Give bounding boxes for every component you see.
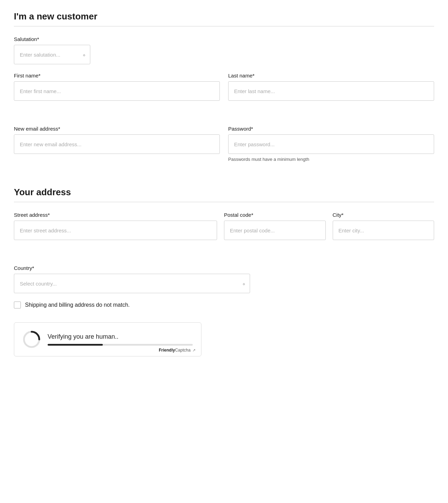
salutation-select[interactable]: Enter salutation... Mr. Mrs. Ms. Dr.	[14, 45, 90, 64]
section-divider	[14, 26, 434, 26]
captcha-progress-bar	[48, 344, 193, 346]
postal-code-group: Postal code*	[224, 212, 326, 240]
password-group: Password* Passwords must have a minimum …	[228, 126, 434, 162]
first-name-input[interactable]	[14, 81, 220, 101]
billing-mismatch-label[interactable]: Shipping and billing address do not matc…	[25, 302, 130, 308]
new-customer-section: I'm a new customer Salutation* Enter sal…	[14, 11, 434, 170]
captcha-brand: FriendlyCaptcha ↗	[159, 348, 196, 353]
section-title-address: Your address	[14, 187, 434, 198]
last-name-input[interactable]	[228, 81, 434, 101]
captcha-brand-bold: Friendly	[159, 348, 175, 353]
last-name-group: Last name*	[228, 73, 434, 101]
password-helper: Passwords must have a minimum length	[228, 157, 434, 162]
address-section: Your address Street address* Postal code…	[14, 187, 434, 308]
email-password-row: New email address* Password* Passwords m…	[14, 126, 434, 170]
postal-code-input[interactable]	[224, 221, 326, 240]
password-input[interactable]	[228, 134, 434, 154]
street-group: Street address*	[14, 212, 217, 240]
city-input[interactable]	[333, 221, 434, 240]
salutation-group: Salutation* Enter salutation... Mr. Mrs.…	[14, 36, 90, 64]
email-group: New email address*	[14, 126, 220, 162]
street-input[interactable]	[14, 221, 217, 240]
captcha-progress-fill	[48, 344, 103, 346]
billing-address-row: Shipping and billing address do not matc…	[14, 302, 434, 308]
captcha-spinner	[23, 330, 41, 348]
email-label: New email address*	[14, 126, 220, 132]
country-group: Country* Select country... Germany Unite…	[14, 265, 250, 293]
captcha-box: Verifying you are human.. FriendlyCaptch…	[14, 322, 201, 356]
salutation-label: Salutation*	[14, 36, 90, 42]
country-select[interactable]: Select country... Germany United States …	[14, 274, 250, 293]
name-row: First name* Last name*	[14, 73, 434, 109]
country-label: Country*	[14, 265, 250, 271]
last-name-label: Last name*	[228, 73, 434, 79]
address-row: Street address* Postal code* City*	[14, 212, 434, 248]
street-label: Street address*	[14, 212, 217, 218]
address-divider	[14, 202, 434, 202]
captcha-link-icon: ↗	[192, 348, 196, 352]
salutation-select-wrapper: Enter salutation... Mr. Mrs. Ms. Dr. ⬦	[14, 45, 90, 64]
captcha-content: Verifying you are human..	[48, 333, 193, 346]
section-title-new-customer: I'm a new customer	[14, 11, 434, 22]
email-input[interactable]	[14, 134, 220, 154]
city-label: City*	[333, 212, 434, 218]
billing-mismatch-checkbox[interactable]	[14, 302, 21, 308]
password-label: Password*	[228, 126, 434, 132]
first-name-label: First name*	[14, 73, 220, 79]
captcha-text: Verifying you are human..	[48, 333, 193, 340]
captcha-brand-light: Captcha	[175, 348, 191, 353]
first-name-group: First name*	[14, 73, 220, 101]
postal-code-label: Postal code*	[224, 212, 326, 218]
country-select-wrapper: Select country... Germany United States …	[14, 274, 250, 293]
city-group: City*	[333, 212, 434, 240]
